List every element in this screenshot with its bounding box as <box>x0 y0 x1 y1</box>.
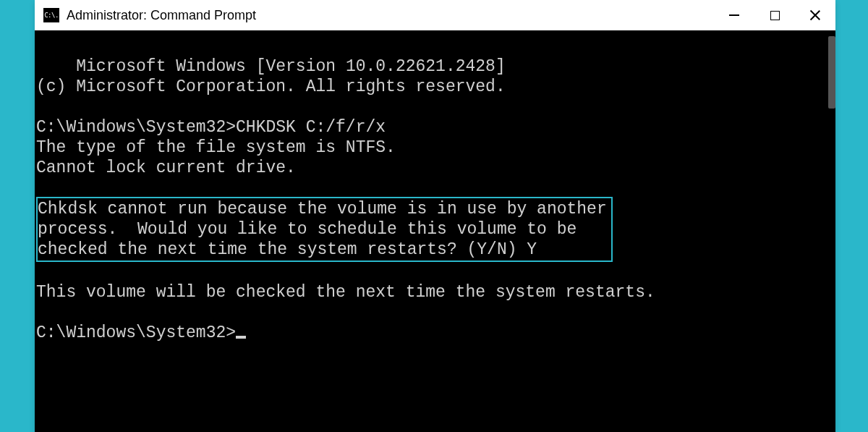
cursor <box>236 336 246 339</box>
terminal-line: This volume will be checked the next tim… <box>36 283 655 302</box>
cmd-icon: C:\. <box>43 8 59 22</box>
minimize-button[interactable] <box>714 0 754 30</box>
maximize-button[interactable] <box>754 0 795 30</box>
titlebar[interactable]: C:\. Administrator: Command Prompt <box>35 0 835 30</box>
terminal-line: The type of the file system is NTFS. <box>36 138 396 157</box>
highlighted-output: Chkdsk cannot run because the volume is … <box>36 197 613 261</box>
terminal-line: Microsoft Windows [Version 10.0.22621.24… <box>76 57 506 76</box>
terminal-line: Cannot lock current drive. <box>36 158 296 177</box>
terminal-line: (c) Microsoft Corporation. All rights re… <box>36 77 506 96</box>
minimize-icon <box>729 14 739 16</box>
terminal-area[interactable]: Microsoft Windows [Version 10.0.22621.24… <box>35 30 835 432</box>
scrollbar-thumb[interactable] <box>828 36 835 109</box>
window-controls <box>714 0 835 30</box>
terminal-prompt: C:\Windows\System32> <box>36 323 236 342</box>
close-button[interactable] <box>795 0 835 30</box>
terminal-line: C:\Windows\System32>CHKDSK C:/f/r/x <box>36 118 386 137</box>
window-title: Administrator: Command Prompt <box>67 8 714 23</box>
maximize-icon <box>770 11 780 20</box>
close-icon <box>809 9 821 21</box>
command-prompt-window: C:\. Administrator: Command Prompt Micro… <box>35 0 835 432</box>
terminal-line: checked the next time the system restart… <box>38 240 607 260</box>
terminal-line: process. Would you like to schedule this… <box>38 219 607 240</box>
terminal-line: Chkdsk cannot run because the volume is … <box>38 199 607 219</box>
